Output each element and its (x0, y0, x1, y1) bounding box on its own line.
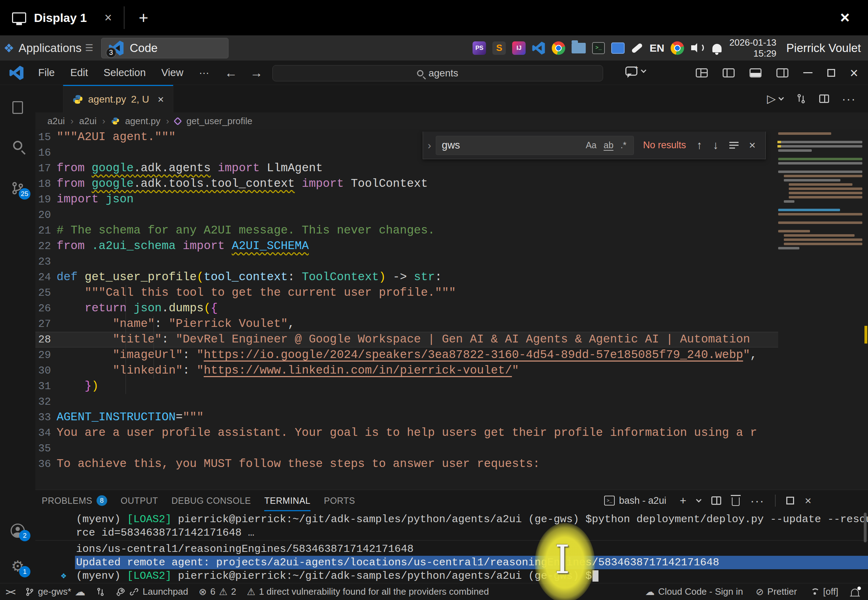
code-line-35[interactable]: 35 (35, 441, 778, 456)
terminal-app-icon[interactable]: >_ (592, 42, 605, 54)
sublime-icon[interactable]: S (492, 41, 506, 55)
terminal-output[interactable]: (myenv) [LOAS2] pierrick@pierrick:~/git/… (35, 513, 868, 583)
panel-more-actions-icon[interactable]: ··· (750, 494, 764, 508)
code-line-31[interactable]: 31 }) (35, 379, 778, 394)
volume-icon[interactable] (690, 42, 705, 55)
vulnerability-status-item[interactable]: ⚠ 1 direct vulnerability found for all t… (247, 586, 489, 597)
vnc-window-close-icon[interactable]: × (840, 8, 850, 27)
code-line-27[interactable]: 27 "name": "Pierrick Voulet", (35, 316, 778, 332)
code-line-21[interactable]: 21# The schema for any A2UI message. Thi… (35, 223, 778, 238)
window-minimize-button[interactable] (803, 72, 812, 73)
terminal-line[interactable]: ions/us-central1/reasoningEngines/583463… (35, 542, 868, 556)
terminal-dropdown-icon[interactable] (696, 497, 702, 502)
git-branch-item[interactable]: ge-gws* ☁↑ (25, 585, 85, 598)
settings-gear-icon[interactable]: ⚙ 1 (0, 559, 35, 574)
editor-more-actions-icon[interactable]: ··· (842, 92, 856, 106)
find-input[interactable]: gws Aa ab .* (436, 136, 634, 155)
code-line-24[interactable]: 24def get_user_profile(tool_context: Too… (35, 270, 778, 285)
notifications-tray-icon[interactable] (712, 44, 721, 52)
nav-back-icon[interactable]: ← (225, 65, 237, 80)
copilot-chat-button[interactable]: ✦ (625, 67, 646, 76)
terminal-line[interactable]: (myenv) [LOAS2] pierrick@pierrick:~/git/… (35, 513, 868, 526)
explorer-icon[interactable] (0, 101, 35, 114)
remote-indicator[interactable]: >< (6, 586, 15, 597)
code-line-20[interactable]: 20 (35, 207, 778, 223)
search-view-icon[interactable] (0, 141, 35, 150)
minimap[interactable] (778, 131, 863, 379)
keyboard-layout-indicator[interactable]: EN (649, 42, 664, 54)
intellij-icon[interactable]: IJ (512, 41, 526, 55)
kill-terminal-icon[interactable] (732, 497, 739, 506)
pen-tool-icon[interactable] (631, 42, 643, 53)
close-panel-icon[interactable]: × (805, 494, 811, 507)
source-control-icon[interactable]: 25 (0, 180, 35, 196)
terminal-instance[interactable]: >_ bash - a2ui (604, 495, 669, 506)
vnc-tab-display1[interactable]: Display 1 × (0, 0, 122, 35)
find-next-icon[interactable]: ↓ (713, 139, 719, 152)
match-case-button[interactable]: Aa (582, 139, 600, 152)
remote-display-icon[interactable] (611, 42, 625, 54)
code-line-28[interactable]: 28 "title": "DevRel Engineer @ Google Wo… (35, 332, 778, 347)
compare-changes-item[interactable] (96, 586, 105, 597)
find-in-selection-icon[interactable] (729, 142, 738, 148)
menu-view[interactable]: View (161, 67, 183, 79)
accounts-icon[interactable]: 2 (0, 524, 35, 538)
phpstorm-icon[interactable]: PS (473, 41, 486, 55)
code-line-32[interactable]: 32 (35, 394, 778, 410)
cloud-code-item[interactable]: ☁ Cloud Code - Sign in (645, 586, 743, 597)
code-task-button[interactable]: 3 Code (101, 38, 228, 58)
tab-problems[interactable]: PROBLEMS 8 (42, 490, 107, 511)
toggle-sidebar-icon[interactable] (723, 68, 735, 77)
command-center-search[interactable]: agents (272, 65, 603, 81)
customize-layout-icon[interactable] (696, 68, 708, 77)
tab-debug-console[interactable]: DEBUG CONSOLE (172, 490, 251, 511)
vnc-new-tab-button[interactable]: + (126, 8, 161, 27)
notifications-bell[interactable] (851, 588, 859, 596)
tab-agent-py[interactable]: agent.py 2, U × (63, 85, 173, 112)
code-line-30[interactable]: 30 "linkedin": "https://www.linkedin.com… (35, 363, 778, 379)
terminal-line[interactable]: rce id=5834638717142171648 … (35, 526, 868, 539)
breadcrumb-a2ui[interactable]: a2ui (47, 116, 65, 127)
code-line-34[interactable]: 34You are a user profile assistant. Your… (35, 425, 778, 441)
launchpad-item[interactable]: Launchpad (116, 586, 188, 597)
window-close-button[interactable]: × (850, 66, 858, 80)
toggle-replace-icon[interactable]: › (423, 139, 436, 152)
split-terminal-icon[interactable] (711, 496, 721, 505)
problems-status-item[interactable]: ⊗ 6 ⚠ 2 (199, 586, 236, 597)
code-editor[interactable]: 15"""A2UI agent."""1617from google.adk.a… (35, 129, 868, 489)
code-line-26[interactable]: 26 return json.dumps({ (35, 301, 778, 316)
split-editor-icon[interactable] (819, 94, 829, 103)
code-line-23[interactable]: 23 (35, 254, 778, 270)
toggle-panel-icon[interactable] (750, 68, 762, 77)
chrome-icon[interactable] (552, 41, 565, 55)
menu-file[interactable]: File (38, 67, 55, 79)
code-line-18[interactable]: 18from google.adk.tools.tool_context imp… (35, 176, 778, 192)
toggle-secondary-sidebar-icon[interactable] (776, 68, 788, 77)
menu-selection[interactable]: Selection (104, 67, 146, 79)
find-close-icon[interactable]: × (749, 139, 756, 152)
clock[interactable]: 2026-01-13 15:29 (729, 37, 776, 59)
terminal-scrollbar[interactable] (864, 513, 866, 542)
prettier-item[interactable]: ⊘ Prettier (756, 586, 797, 597)
code-line-29[interactable]: 29 "imageUrl": "https://io.google/2024/s… (35, 347, 778, 363)
maximize-panel-icon[interactable] (786, 497, 794, 505)
find-previous-icon[interactable]: ↑ (697, 139, 702, 152)
menu-edit[interactable]: Edit (70, 67, 88, 79)
tab-output[interactable]: OUTPUT (121, 490, 158, 511)
code-line-33[interactable]: 33AGENT_INSTRUCTION=""" (35, 410, 778, 425)
applications-menu[interactable]: ❖ Applications ☰ (0, 35, 98, 61)
breadcrumb-file[interactable]: agent.py (125, 116, 160, 127)
nav-forward-icon[interactable]: → (250, 65, 263, 80)
vnc-tab-close-icon[interactable]: × (104, 10, 112, 25)
file-manager-icon[interactable] (572, 43, 586, 53)
breadcrumb-symbol[interactable]: get_user_profile (186, 116, 252, 127)
tab-terminal[interactable]: TERMINAL (264, 490, 310, 511)
tab-close-icon[interactable]: × (158, 93, 164, 105)
breadcrumb-a2ui-2[interactable]: a2ui (79, 116, 97, 127)
regex-button[interactable]: .* (617, 139, 630, 152)
terminal-selected-line[interactable]: Updated remote agent: projects/a2ui-agen… (35, 556, 868, 569)
window-restore-button[interactable] (827, 69, 835, 77)
code-line-25[interactable]: 25 """Call this tool to get the current … (35, 285, 778, 301)
menu-more[interactable]: ··· (199, 67, 209, 79)
whole-word-button[interactable]: ab (600, 139, 617, 152)
